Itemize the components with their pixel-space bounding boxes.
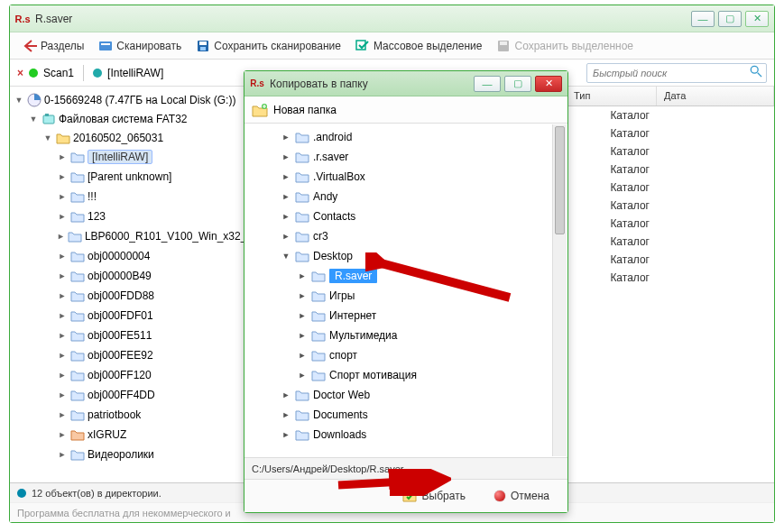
expand-icon[interactable]: ►	[281, 152, 291, 161]
expand-icon[interactable]: ►	[297, 291, 308, 300]
search-icon[interactable]	[750, 65, 762, 80]
tree-item[interactable]: ►obj000FE511	[53, 326, 244, 344]
tree-scan-folder[interactable]: ▼ 20160502_065031	[39, 129, 244, 147]
toolbar-savescan-button[interactable]: Сохранить сканирование	[190, 36, 346, 56]
expand-icon[interactable]: ►	[57, 232, 65, 241]
tree-item[interactable]: ►obj00000004	[53, 247, 244, 265]
tree-item[interactable]: ►obj000FF120	[53, 366, 244, 384]
expand-icon[interactable]: ►	[57, 311, 68, 320]
directory-tree-pane[interactable]: ▼ 0-15669248 (7.47ГБ на Local Disk (G:))…	[10, 87, 244, 482]
dialog-folder-tree[interactable]: ►.android►.r.saver►.VirtualBox►Andy►Cont…	[244, 124, 567, 458]
tree-fs[interactable]: ▼ Файловая система FAT32	[24, 110, 244, 128]
dialog-tree-item[interactable]: ►Спорт мотивация	[291, 366, 567, 384]
tree-item[interactable]: ►LBP6000_R101_V100_Win_x32_EN	[53, 227, 244, 245]
iraw-tab-label[interactable]: [IntelliRAW]	[107, 67, 163, 79]
tree-item[interactable]: ►obj000FEE92	[53, 346, 244, 364]
dialog-tree-item[interactable]: ▼Desktop	[275, 247, 567, 265]
tree-root[interactable]: ▼ 0-15669248 (7.47ГБ на Local Disk (G:))	[10, 91, 244, 109]
expand-icon[interactable]: ►	[281, 192, 291, 201]
dialog-tree-item[interactable]: ►Contacts	[275, 207, 567, 225]
dialog-tree-item[interactable]: ►R.saver	[291, 267, 567, 285]
dialog-tree-item[interactable]: ►Documents	[275, 406, 567, 424]
expand-icon[interactable]: ►	[281, 430, 291, 439]
window-close-button[interactable]: ✕	[745, 11, 769, 27]
expand-icon[interactable]: ►	[57, 152, 68, 161]
dialog-tree-item[interactable]: ►cr3	[275, 227, 567, 245]
search-input[interactable]	[591, 67, 750, 79]
scan-close-icon[interactable]: ×	[17, 67, 23, 79]
tree-item[interactable]: ►!!!	[53, 188, 244, 206]
scan-tab-label[interactable]: Scan1	[43, 67, 74, 79]
expand-icon[interactable]: ►	[297, 311, 308, 320]
expand-icon[interactable]: ►	[57, 331, 68, 340]
expand-icon[interactable]: ►	[297, 271, 308, 280]
expand-icon[interactable]: ►	[281, 390, 291, 399]
toolbar-back-button[interactable]: Разделы	[17, 36, 89, 56]
dialog-tree-item[interactable]: ►спорт	[291, 346, 567, 364]
expand-icon[interactable]: ►	[57, 450, 68, 459]
dialog-scrollbar[interactable]	[552, 124, 567, 456]
window-minimize-button[interactable]: —	[691, 11, 715, 27]
dialog-restore-button[interactable]: ▢	[504, 76, 531, 92]
collapse-icon[interactable]: ▼	[42, 133, 53, 142]
expand-icon[interactable]: ►	[57, 172, 68, 181]
dialog-tree-item[interactable]: ►Doctor Web	[275, 386, 567, 404]
column-type[interactable]: Тип	[567, 87, 657, 105]
tree-item[interactable]: ►obj000FF4DD	[53, 386, 244, 404]
expand-icon[interactable]: ►	[57, 252, 68, 261]
dialog-tree-item[interactable]: ►Интернет	[291, 307, 567, 325]
dialog-tree-item[interactable]: ►Downloads	[275, 426, 567, 444]
dialog-tree-item[interactable]: ►.android	[275, 128, 567, 146]
tree-item[interactable]: ►xIGRUZ	[53, 426, 244, 444]
tree-item[interactable]: ►[IntelliRAW]	[53, 148, 244, 166]
expand-icon[interactable]: ►	[57, 430, 68, 439]
collapse-icon[interactable]: ▼	[281, 252, 291, 261]
dialog-cancel-button[interactable]: Отмена	[489, 487, 555, 505]
dialog-tree-item[interactable]: ►Andy	[275, 188, 567, 206]
expand-icon[interactable]: ►	[297, 351, 308, 360]
toolbar-scan-button[interactable]: Сканировать	[93, 36, 187, 56]
dialog-tree-item-label: .VirtualBox	[313, 170, 365, 183]
expand-icon[interactable]: ►	[281, 133, 291, 142]
expand-icon[interactable]: ►	[57, 212, 68, 221]
dialog-tree-item[interactable]: ►Мультимедиа	[291, 326, 567, 344]
expand-icon[interactable]: ►	[281, 232, 291, 241]
folder-icon	[295, 150, 309, 164]
expand-icon[interactable]: ►	[281, 212, 291, 221]
expand-icon[interactable]: ►	[57, 291, 68, 300]
expand-icon[interactable]: ►	[57, 371, 68, 380]
expand-icon[interactable]: ►	[281, 172, 291, 181]
expand-icon[interactable]: ►	[281, 410, 291, 419]
disk-icon	[27, 93, 42, 107]
scan-icon	[98, 39, 113, 53]
dialog-scrollbar-thumb[interactable]	[555, 126, 565, 234]
collapse-icon[interactable]: ▼	[28, 115, 39, 124]
column-date[interactable]: Дата	[657, 87, 774, 105]
tree-item[interactable]: ►123	[53, 207, 244, 225]
tree-item[interactable]: ►[Parent unknown]	[53, 168, 244, 186]
folder-icon	[70, 427, 85, 442]
dialog-select-button[interactable]: Выбрать	[397, 487, 471, 505]
expand-icon[interactable]: ►	[57, 271, 68, 280]
toolbar-massel-button[interactable]: Массовое выделение	[350, 36, 488, 56]
expand-icon[interactable]: ►	[57, 351, 68, 360]
tree-item[interactable]: ►Видеоролики	[53, 445, 244, 463]
window-restore-button[interactable]: ▢	[718, 11, 742, 27]
search-box[interactable]	[586, 63, 767, 83]
dialog-tree-item[interactable]: ►Игры	[291, 287, 567, 305]
tree-item[interactable]: ►obj000FDD88	[53, 287, 244, 305]
expand-icon[interactable]: ►	[57, 410, 68, 419]
expand-icon[interactable]: ►	[57, 192, 68, 201]
dialog-minimize-button[interactable]: —	[474, 76, 501, 92]
expand-icon[interactable]: ►	[297, 371, 308, 380]
expand-icon[interactable]: ►	[57, 390, 68, 399]
dialog-tree-item[interactable]: ►.VirtualBox	[275, 168, 567, 186]
dialog-close-button[interactable]: ✕	[535, 76, 562, 92]
dialog-newfolder-bar[interactable]: Новая папка	[244, 96, 567, 124]
expand-icon[interactable]: ►	[297, 331, 308, 340]
tree-item[interactable]: ►obj00000B49	[53, 267, 244, 285]
tree-item[interactable]: ►patriotbook	[53, 406, 244, 424]
dialog-tree-item[interactable]: ►.r.saver	[275, 148, 567, 166]
tree-item[interactable]: ►obj000FDF01	[53, 307, 244, 325]
collapse-icon[interactable]: ▼	[14, 96, 24, 105]
